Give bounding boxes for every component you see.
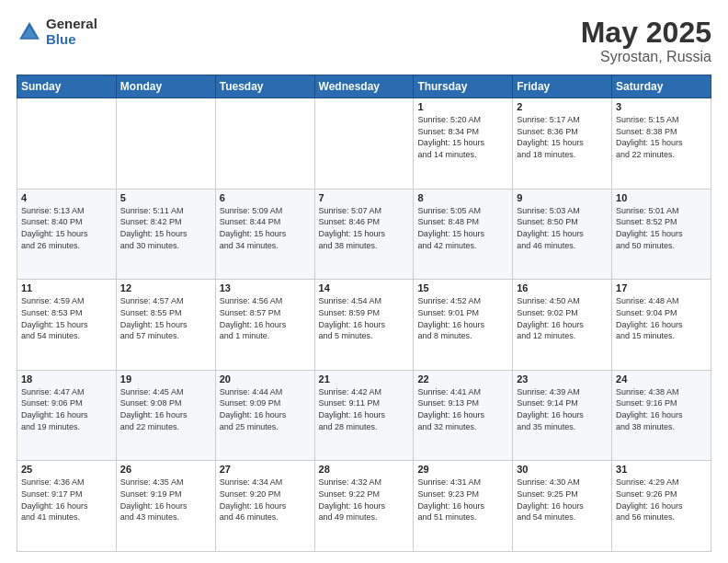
cell-day-number: 9 — [517, 192, 608, 203]
cell-day-number: 31 — [616, 464, 707, 475]
cell-day-number: 20 — [220, 373, 311, 385]
logo-text: General Blue — [46, 17, 97, 47]
cell-day-number: 6 — [220, 192, 311, 203]
calendar-header-row: SundayMondayTuesdayWednesdayThursdayFrid… — [17, 75, 711, 98]
cell-day-number: 25 — [21, 464, 112, 475]
calendar-week-row: 25Sunrise: 4:36 AM Sunset: 9:17 PM Dayli… — [17, 461, 711, 552]
calendar-cell: 16Sunrise: 4:50 AM Sunset: 9:02 PM Dayli… — [513, 280, 612, 371]
cell-info: Sunrise: 5:11 AM Sunset: 8:42 PM Dayligh… — [120, 205, 211, 251]
cell-info: Sunrise: 5:15 AM Sunset: 8:38 PM Dayligh… — [616, 114, 707, 160]
cell-info: Sunrise: 5:20 AM Sunset: 8:34 PM Dayligh… — [417, 114, 508, 160]
cell-info: Sunrise: 4:30 AM Sunset: 9:25 PM Dayligh… — [517, 477, 608, 523]
title-location: Syrostan, Russia — [581, 49, 711, 65]
calendar-cell: 28Sunrise: 4:32 AM Sunset: 9:22 PM Dayli… — [314, 461, 414, 552]
cell-day-number: 23 — [517, 373, 608, 385]
cell-info: Sunrise: 5:05 AM Sunset: 8:48 PM Dayligh… — [417, 205, 508, 251]
cell-info: Sunrise: 5:09 AM Sunset: 8:44 PM Dayligh… — [220, 205, 311, 251]
cell-info: Sunrise: 4:48 AM Sunset: 9:04 PM Dayligh… — [616, 295, 707, 341]
calendar-week-row: 4Sunrise: 5:13 AM Sunset: 8:40 PM Daylig… — [17, 189, 711, 280]
cell-info: Sunrise: 4:31 AM Sunset: 9:23 PM Dayligh… — [417, 477, 508, 523]
title-month: May 2025 — [581, 17, 711, 49]
cell-day-number: 11 — [21, 282, 112, 293]
cell-info: Sunrise: 4:47 AM Sunset: 9:06 PM Dayligh… — [21, 386, 112, 432]
calendar-cell: 9Sunrise: 5:03 AM Sunset: 8:50 PM Daylig… — [513, 189, 612, 280]
calendar-cell: 22Sunrise: 4:41 AM Sunset: 9:13 PM Dayli… — [414, 370, 513, 461]
calendar-cell: 11Sunrise: 4:59 AM Sunset: 8:53 PM Dayli… — [17, 280, 117, 371]
calendar-cell: 20Sunrise: 4:44 AM Sunset: 9:09 PM Dayli… — [215, 370, 314, 461]
calendar-week-row: 18Sunrise: 4:47 AM Sunset: 9:06 PM Dayli… — [17, 370, 711, 461]
cell-day-number: 5 — [120, 192, 211, 203]
calendar-header-friday: Friday — [513, 75, 612, 98]
calendar-cell: 4Sunrise: 5:13 AM Sunset: 8:40 PM Daylig… — [17, 189, 117, 280]
cell-info: Sunrise: 4:38 AM Sunset: 9:16 PM Dayligh… — [616, 386, 707, 432]
cell-info: Sunrise: 4:54 AM Sunset: 8:59 PM Dayligh… — [319, 295, 410, 341]
logo: General Blue — [17, 17, 97, 47]
cell-info: Sunrise: 5:03 AM Sunset: 8:50 PM Dayligh… — [517, 205, 608, 251]
header: General Blue May 2025 Syrostan, Russia — [17, 17, 711, 65]
cell-info: Sunrise: 4:52 AM Sunset: 9:01 PM Dayligh… — [417, 295, 508, 341]
calendar-header-saturday: Saturday — [612, 75, 711, 98]
cell-day-number: 1 — [417, 101, 508, 112]
cell-info: Sunrise: 4:32 AM Sunset: 9:22 PM Dayligh… — [319, 477, 410, 523]
calendar-cell: 25Sunrise: 4:36 AM Sunset: 9:17 PM Dayli… — [17, 461, 117, 552]
title-block: May 2025 Syrostan, Russia — [581, 17, 711, 65]
cell-day-number: 16 — [517, 282, 608, 293]
calendar-header-thursday: Thursday — [414, 75, 513, 98]
cell-day-number: 27 — [220, 464, 311, 475]
cell-info: Sunrise: 5:01 AM Sunset: 8:52 PM Dayligh… — [616, 205, 707, 251]
logo-icon — [17, 19, 42, 45]
calendar-week-row: 1Sunrise: 5:20 AM Sunset: 8:34 PM Daylig… — [17, 98, 711, 190]
calendar-cell: 13Sunrise: 4:56 AM Sunset: 8:57 PM Dayli… — [215, 280, 314, 371]
calendar-cell — [116, 98, 215, 190]
cell-info: Sunrise: 4:59 AM Sunset: 8:53 PM Dayligh… — [21, 295, 112, 341]
calendar-cell: 29Sunrise: 4:31 AM Sunset: 9:23 PM Dayli… — [414, 461, 513, 552]
cell-day-number: 22 — [417, 373, 508, 385]
cell-info: Sunrise: 4:42 AM Sunset: 9:11 PM Dayligh… — [319, 386, 410, 432]
cell-info: Sunrise: 5:13 AM Sunset: 8:40 PM Dayligh… — [21, 205, 112, 251]
calendar-header-wednesday: Wednesday — [314, 75, 414, 98]
cell-day-number: 4 — [21, 192, 112, 203]
cell-day-number: 3 — [616, 101, 707, 112]
calendar-cell: 7Sunrise: 5:07 AM Sunset: 8:46 PM Daylig… — [314, 189, 414, 280]
cell-info: Sunrise: 4:50 AM Sunset: 9:02 PM Dayligh… — [517, 295, 608, 341]
calendar-cell: 14Sunrise: 4:54 AM Sunset: 8:59 PM Dayli… — [314, 280, 414, 371]
logo-general: General — [46, 17, 97, 32]
cell-day-number: 15 — [417, 282, 508, 293]
cell-day-number: 18 — [21, 373, 112, 385]
calendar-cell: 1Sunrise: 5:20 AM Sunset: 8:34 PM Daylig… — [414, 98, 513, 190]
calendar-cell: 17Sunrise: 4:48 AM Sunset: 9:04 PM Dayli… — [612, 280, 711, 371]
calendar-cell: 26Sunrise: 4:35 AM Sunset: 9:19 PM Dayli… — [116, 461, 215, 552]
calendar-week-row: 11Sunrise: 4:59 AM Sunset: 8:53 PM Dayli… — [17, 280, 711, 371]
cell-info: Sunrise: 4:41 AM Sunset: 9:13 PM Dayligh… — [417, 386, 508, 432]
calendar-table: SundayMondayTuesdayWednesdayThursdayFrid… — [17, 75, 711, 552]
calendar-cell: 21Sunrise: 4:42 AM Sunset: 9:11 PM Dayli… — [314, 370, 414, 461]
cell-day-number: 7 — [319, 192, 410, 203]
calendar-cell — [215, 98, 314, 190]
cell-day-number: 2 — [517, 101, 608, 112]
calendar-cell — [17, 98, 117, 190]
calendar-cell: 2Sunrise: 5:17 AM Sunset: 8:36 PM Daylig… — [513, 98, 612, 190]
calendar-cell: 5Sunrise: 5:11 AM Sunset: 8:42 PM Daylig… — [116, 189, 215, 280]
cell-day-number: 14 — [319, 282, 410, 293]
calendar-cell: 18Sunrise: 4:47 AM Sunset: 9:06 PM Dayli… — [17, 370, 117, 461]
logo-blue: Blue — [46, 32, 97, 48]
cell-info: Sunrise: 4:45 AM Sunset: 9:08 PM Dayligh… — [120, 386, 211, 432]
cell-day-number: 12 — [120, 282, 211, 293]
cell-day-number: 8 — [417, 192, 508, 203]
cell-day-number: 28 — [319, 464, 410, 475]
cell-day-number: 29 — [417, 464, 508, 475]
cell-info: Sunrise: 4:57 AM Sunset: 8:55 PM Dayligh… — [120, 295, 211, 341]
calendar-cell: 15Sunrise: 4:52 AM Sunset: 9:01 PM Dayli… — [414, 280, 513, 371]
calendar-cell — [314, 98, 414, 190]
cell-day-number: 21 — [319, 373, 410, 385]
calendar-cell: 31Sunrise: 4:29 AM Sunset: 9:26 PM Dayli… — [612, 461, 711, 552]
calendar-header-tuesday: Tuesday — [215, 75, 314, 98]
cell-info: Sunrise: 4:44 AM Sunset: 9:09 PM Dayligh… — [220, 386, 311, 432]
calendar-header-sunday: Sunday — [17, 75, 117, 98]
cell-info: Sunrise: 4:36 AM Sunset: 9:17 PM Dayligh… — [21, 477, 112, 523]
calendar-cell: 12Sunrise: 4:57 AM Sunset: 8:55 PM Dayli… — [116, 280, 215, 371]
calendar-cell: 3Sunrise: 5:15 AM Sunset: 8:38 PM Daylig… — [612, 98, 711, 190]
calendar-cell: 6Sunrise: 5:09 AM Sunset: 8:44 PM Daylig… — [215, 189, 314, 280]
calendar-cell: 27Sunrise: 4:34 AM Sunset: 9:20 PM Dayli… — [215, 461, 314, 552]
calendar-cell: 24Sunrise: 4:38 AM Sunset: 9:16 PM Dayli… — [612, 370, 711, 461]
